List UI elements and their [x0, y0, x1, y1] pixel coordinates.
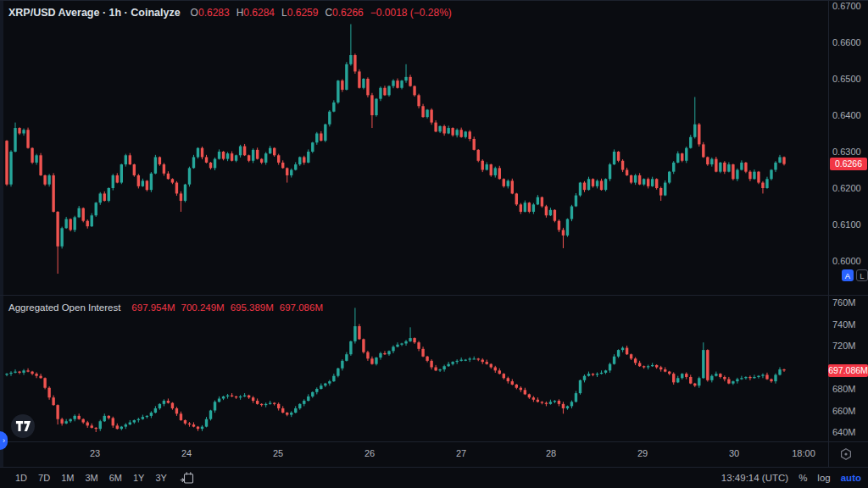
expand-panel-tab[interactable]: › — [0, 431, 8, 450]
time-tick-label: 29 — [637, 448, 648, 458]
ohlc-open: O0.6283 — [191, 7, 230, 19]
ohlc-low: L0.6259 — [281, 7, 318, 19]
oi-tick-label: 740M — [832, 319, 856, 330]
chart-window: { "header_legend": { "title": "XRP/USD A… — [0, 0, 868, 488]
oi-legend-value: 697.954M — [131, 302, 175, 313]
price-tick-label: 0.6400 — [832, 110, 861, 120]
time-tick-label: 30 — [729, 448, 739, 458]
time-tick-label: 23 — [90, 448, 100, 458]
last-price-badge: 0.6266 — [830, 158, 867, 170]
percent-scale-button[interactable]: % — [798, 473, 807, 483]
price-pane[interactable] — [0, 0, 828, 295]
goto-date-button[interactable] — [180, 471, 194, 485]
collapsed-left-toolbar — [0, 1, 3, 467]
oi-tick-label: 680M — [832, 384, 856, 394]
price-tick-label: 0.6000 — [832, 256, 861, 266]
price-tick-label: 0.6100 — [832, 219, 861, 230]
log-scale-toggle[interactable]: log — [817, 473, 830, 483]
price-legend: XRP/USD Average · 1h · Coinalyze O0.6283… — [8, 6, 452, 19]
time-tick-label: 28 — [546, 448, 556, 458]
auto-scale-button[interactable]: A — [842, 269, 854, 281]
time-tick-label: 18:00 — [792, 448, 815, 458]
time-axis-border — [0, 441, 868, 442]
tradingview-logo-icon — [15, 420, 31, 432]
price-tick-label: 0.6200 — [832, 183, 861, 193]
log-scale-button[interactable]: L — [856, 269, 868, 281]
price-tick-label: 0.6500 — [832, 74, 861, 84]
calendar-go-to-icon — [180, 471, 194, 485]
time-tick-label: 24 — [181, 448, 192, 458]
ohlc-high: H0.6284 — [236, 7, 275, 19]
oi-legend: Aggregated Open Interest 697.954M700.249… — [8, 302, 329, 313]
oi-tick-label: 720M — [832, 341, 856, 351]
chevron-right-icon: › — [3, 436, 5, 445]
range-button-3m[interactable]: 3M — [85, 473, 97, 483]
range-button-7d[interactable]: 7D — [38, 473, 50, 483]
time-tick-label: 25 — [273, 448, 283, 458]
range-button-1d[interactable]: 1D — [15, 473, 27, 483]
range-button-3y[interactable]: 3Y — [155, 473, 166, 483]
price-change: −0.0018 (−0.28%) — [370, 7, 452, 19]
tradingview-logo[interactable] — [11, 414, 35, 438]
range-button-1m[interactable]: 1M — [61, 473, 74, 483]
gear-icon — [839, 447, 853, 461]
price-tick-label: 0.6600 — [832, 37, 861, 47]
bottom-toolbar: 1D7D1M3M6M1Y3Y 13:49:14 (UTC) % log auto — [0, 468, 868, 488]
oi-tick-label: 660M — [832, 406, 856, 416]
auto-scale-toggle[interactable]: auto — [841, 473, 861, 483]
price-axis-border — [828, 1, 829, 467]
top-border — [0, 0, 868, 1]
price-tick-label: 0.6300 — [832, 147, 861, 157]
pane-divider[interactable] — [0, 295, 868, 296]
time-tick-label: 26 — [364, 448, 375, 458]
oi-tick-label: 640M — [832, 427, 856, 437]
axis-settings-button[interactable] — [839, 447, 853, 461]
toolbar-right-group: 13:49:14 (UTC) % log auto — [721, 473, 861, 483]
oi-legend-value: 695.389M — [231, 302, 274, 313]
oi-legend-value: 697.086M — [280, 302, 323, 313]
last-oi-badge: 697.086M — [828, 364, 868, 377]
price-tick-label: 0.6700 — [832, 1, 861, 11]
oi-legend-value: 700.249M — [181, 302, 225, 313]
ohlc-close: C0.6266 — [325, 7, 363, 19]
oi-ohlc-values: 697.954M700.249M695.389M697.086M — [131, 302, 329, 313]
oi-tick-label: 760M — [832, 297, 856, 308]
clock-utc[interactable]: 13:49:14 (UTC) — [721, 473, 788, 483]
range-button-6m[interactable]: 6M — [109, 473, 122, 483]
symbol-title[interactable]: XRP/USD Average · 1h · Coinalyze — [8, 7, 181, 19]
range-buttons: 1D7D1M3M6M1Y3Y — [15, 473, 167, 483]
oi-pane[interactable] — [0, 296, 828, 441]
oi-title[interactable]: Aggregated Open Interest — [8, 302, 120, 313]
time-tick-label: 27 — [456, 448, 466, 458]
range-button-1y[interactable]: 1Y — [133, 473, 144, 483]
